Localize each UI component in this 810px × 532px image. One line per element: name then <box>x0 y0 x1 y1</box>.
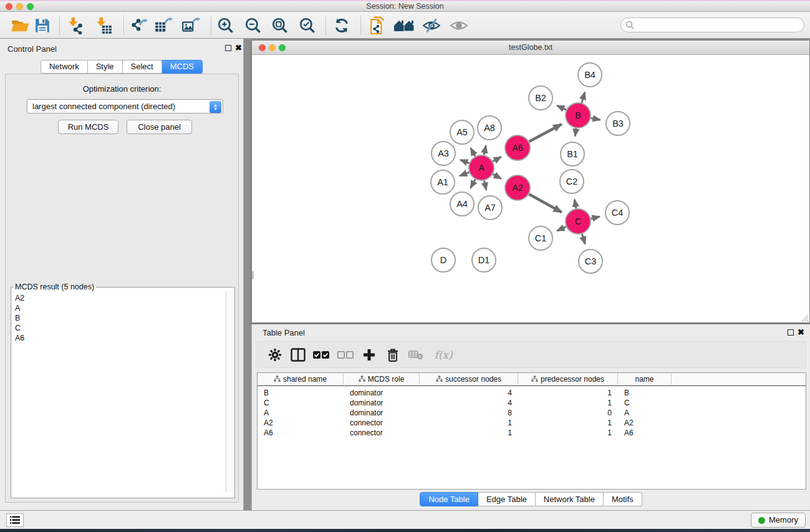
show-all-button[interactable] <box>448 15 470 36</box>
node-table[interactable]: shared nameMCDS rolesuccessor nodesprede… <box>257 372 806 490</box>
export-network-button[interactable] <box>127 15 150 36</box>
refresh-button[interactable] <box>330 15 353 36</box>
node-B3[interactable]: B3 <box>606 112 630 135</box>
table-tab-edge-table[interactable]: Edge Table <box>478 492 536 506</box>
node-C1[interactable]: C1 <box>529 226 552 250</box>
edge-A2-C[interactable] <box>529 194 561 212</box>
network-from-file-button[interactable] <box>367 15 389 36</box>
run-mcds-button[interactable]: Run MCDS <box>58 120 118 134</box>
float-table-panel-icon[interactable] <box>788 329 794 336</box>
node-B2[interactable]: B2 <box>529 86 552 110</box>
close-table-panel-icon[interactable]: ✖ <box>798 329 804 336</box>
import-table-button[interactable] <box>92 15 115 36</box>
zoom-out-button[interactable] <box>242 15 264 36</box>
close-panel-icon[interactable]: ✖ <box>235 44 242 51</box>
node-C[interactable]: C <box>566 209 591 234</box>
import-network-button[interactable] <box>64 15 87 36</box>
memory-button[interactable]: Memory <box>751 513 806 528</box>
edge-A6-B[interactable] <box>529 124 562 142</box>
edge-C-C3[interactable] <box>582 234 585 244</box>
edge-A-A1[interactable] <box>460 172 469 176</box>
minimize-view-button[interactable] <box>269 44 276 51</box>
delete-column-button[interactable] <box>383 346 403 364</box>
tab-mcds[interactable]: MCDS <box>162 60 203 74</box>
table-row[interactable]: Cdominator41C <box>258 398 806 408</box>
select-all-button[interactable] <box>311 346 331 364</box>
close-view-button[interactable] <box>259 44 266 51</box>
node-A6[interactable]: A6 <box>505 135 530 160</box>
export-table-button[interactable] <box>152 15 175 36</box>
zoom-window-button[interactable] <box>27 3 34 10</box>
node-C4[interactable]: C4 <box>605 201 629 225</box>
column-header-mcds-role[interactable]: MCDS role <box>344 373 420 385</box>
node-A7[interactable]: A7 <box>478 196 502 220</box>
result-item[interactable]: A <box>15 303 224 313</box>
edge-B-B4[interactable] <box>582 92 585 103</box>
result-item[interactable]: B <box>15 313 224 323</box>
home-button[interactable] <box>393 15 415 36</box>
criterion-select[interactable]: largest connected component (directed) ▲… <box>27 99 223 114</box>
search-input[interactable] <box>620 17 804 32</box>
delete-table-button[interactable] <box>406 346 426 364</box>
table-row[interactable]: A6connector11A6 <box>258 428 806 438</box>
table-row[interactable]: Adominator80A <box>258 408 806 418</box>
result-item[interactable]: A6 <box>15 333 224 343</box>
network-canvas[interactable]: B4B2BB3A8A5A6B1A3AA1C2A2A4A7C4CC1C3DD1 <box>252 55 809 322</box>
node-A5[interactable]: A5 <box>450 120 474 144</box>
table-tab-node-table[interactable]: Node Table <box>420 492 478 506</box>
node-A[interactable]: A <box>469 155 494 180</box>
network-graph[interactable]: B4B2BB3A8A5A6B1A3AA1C2A2A4A7C4CC1C3DD1 <box>252 55 809 322</box>
mcds-result-list[interactable]: A2ABCA6 <box>12 291 224 491</box>
minimize-window-button[interactable] <box>16 3 23 10</box>
edge-B-B3[interactable] <box>591 118 600 120</box>
node-D1[interactable]: D1 <box>472 248 496 272</box>
zoom-view-button[interactable] <box>279 44 286 51</box>
zoom-in-button[interactable] <box>215 15 237 36</box>
node-A1[interactable]: A1 <box>431 170 455 194</box>
edge-A-A2[interactable] <box>493 174 501 178</box>
deselect-all-button[interactable] <box>335 346 355 364</box>
tab-select[interactable]: Select <box>123 60 162 74</box>
node-D[interactable]: D <box>432 248 455 272</box>
resize-grip-icon[interactable] <box>801 314 809 322</box>
splitter-handle[interactable] <box>252 271 254 279</box>
node-A4[interactable]: A4 <box>450 192 474 216</box>
split-view-button[interactable] <box>288 346 308 364</box>
edge-C-C4[interactable] <box>591 216 599 218</box>
edge-A-A7[interactable] <box>484 181 486 190</box>
node-A2[interactable]: A2 <box>505 175 530 200</box>
open-session-button[interactable] <box>9 15 31 36</box>
edge-A-A5[interactable] <box>471 148 475 156</box>
column-header-predecessor-nodes[interactable]: predecessor nodes <box>518 373 618 385</box>
result-item[interactable]: A2 <box>15 293 224 303</box>
network-window-titlebar[interactable]: testGlobe.txt <box>252 41 809 55</box>
float-panel-icon[interactable] <box>225 45 231 51</box>
edge-A-A4[interactable] <box>471 180 475 188</box>
function-builder-button[interactable]: f(x) <box>430 346 457 364</box>
edge-B-B1[interactable] <box>575 128 576 137</box>
column-header-shared-name[interactable]: shared name <box>258 373 344 385</box>
node-B1[interactable]: B1 <box>561 142 584 166</box>
table-row[interactable]: Bdominator41B <box>258 388 806 398</box>
table-row[interactable]: A2connector11A2 <box>258 418 806 428</box>
edge-C-C2[interactable] <box>574 200 576 209</box>
column-header-successor-nodes[interactable]: successor nodes <box>420 373 518 385</box>
task-history-button[interactable] <box>6 513 24 527</box>
close-window-button[interactable] <box>6 3 12 10</box>
node-A8[interactable]: A8 <box>478 116 501 140</box>
column-header-name[interactable]: name <box>618 373 672 385</box>
table-tab-network-table[interactable]: Network Table <box>536 492 604 506</box>
edge-C-C1[interactable] <box>557 227 566 231</box>
edge-B-B2[interactable] <box>557 105 566 110</box>
node-B[interactable]: B <box>566 103 591 128</box>
result-item[interactable]: C <box>15 323 224 333</box>
node-A3[interactable]: A3 <box>432 142 455 165</box>
result-scrollbar[interactable] <box>226 291 234 492</box>
tab-network[interactable]: Network <box>41 60 88 74</box>
node-B4[interactable]: B4 <box>578 63 602 87</box>
export-image-button[interactable] <box>180 15 202 36</box>
zoom-selected-button[interactable] <box>296 15 319 36</box>
edge-A-A6[interactable] <box>493 157 501 161</box>
node-C2[interactable]: C2 <box>560 170 584 193</box>
save-session-button[interactable] <box>31 15 54 36</box>
